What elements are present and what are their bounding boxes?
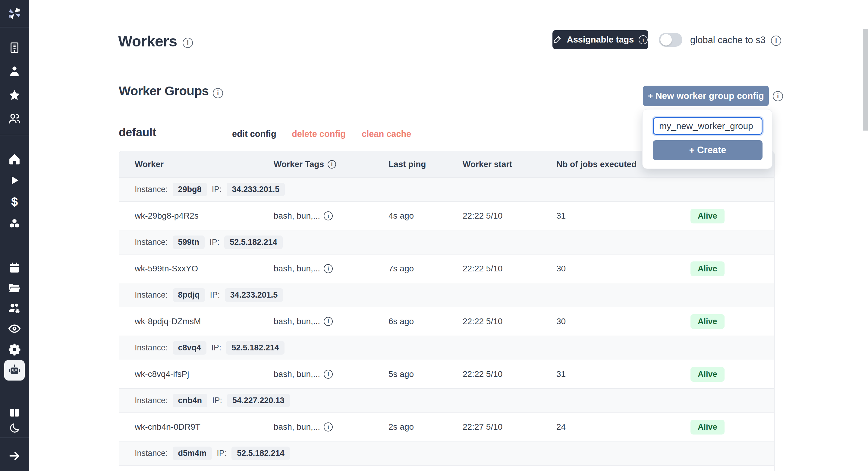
sidebar-item-workers-groups[interactable] (0, 298, 29, 318)
calendar-icon (8, 261, 21, 274)
sidebar-item-audit-logs[interactable] (0, 319, 29, 338)
sidebar-item-expand[interactable] (0, 446, 29, 466)
sidebar-item-runs[interactable] (0, 171, 29, 190)
star-icon (8, 89, 21, 102)
tags-info-icon[interactable]: i (324, 370, 333, 379)
home-icon (8, 153, 21, 166)
sidebar: $ (0, 0, 29, 471)
sidebar-divider (0, 135, 29, 136)
ip-label: IP: (211, 343, 221, 353)
assignable-tags-button[interactable]: Assignable tags i (553, 30, 648, 49)
worker-name-cell: wk-29bg8-p4R2s (135, 211, 274, 221)
new-config-info-icon[interactable]: i (773, 91, 783, 101)
page-scrollbar[interactable] (863, 29, 868, 130)
edit-config-link[interactable]: edit config (232, 129, 276, 139)
instance-row: Instance: c8vq4 IP: 52.5.182.214 (119, 336, 774, 360)
instance-id-chip: c8vq4 (173, 341, 207, 355)
ip-chip: 52.5.182.214 (224, 235, 283, 249)
worker-tags-info-icon[interactable]: i (328, 160, 336, 169)
ip-chip: 34.233.201.5 (225, 288, 283, 302)
instance-label: Instance: (135, 449, 168, 458)
arrow-right-icon (8, 449, 21, 463)
sidebar-item-workers-active[interactable] (0, 360, 29, 381)
worker-row: wk-8pdjq-DZmsM bash, bun,... i 6s ago 22… (119, 307, 774, 336)
worker-name-cell: wk-8pdjq-DZmsM (135, 317, 274, 326)
sidebar-item-variables[interactable]: $ (0, 192, 29, 211)
ip-chip: 52.5.182.214 (226, 341, 284, 355)
sidebar-item-favorites[interactable] (0, 86, 29, 105)
status-badge: Alive (690, 420, 724, 435)
instance-row: Instance: cnb4n IP: 54.227.220.13 (119, 389, 774, 413)
sidebar-item-user[interactable] (0, 61, 29, 81)
ip-chip: 54.227.220.13 (227, 394, 290, 407)
status-cell: Alive (690, 420, 774, 435)
sidebar-item-folders[interactable] (0, 278, 29, 298)
sidebar-item-schedules[interactable] (0, 258, 29, 277)
col-header-last-ping: Last ping (389, 159, 463, 169)
global-cache-toggle[interactable] (659, 33, 682, 47)
page-title: Workers (118, 33, 177, 50)
workers-table: Worker Worker Tags i Last ping Worker st… (119, 151, 775, 471)
create-worker-group-button[interactable]: + Create (653, 140, 763, 160)
instance-label: Instance: (135, 396, 168, 405)
clean-cache-link[interactable]: clean cache (362, 129, 411, 139)
sidebar-item-resources[interactable] (0, 214, 29, 234)
windmill-logo-icon[interactable] (0, 4, 29, 23)
ip-chip: 34.233.201.5 (227, 183, 285, 196)
global-cache-info-icon[interactable]: i (771, 36, 781, 46)
sidebar-item-settings[interactable] (0, 340, 29, 359)
tags-info-icon[interactable]: i (324, 317, 333, 326)
tags-info-icon[interactable]: i (324, 211, 333, 220)
instance-id-chip: cnb4n (173, 394, 208, 407)
dollar-icon: $ (11, 196, 18, 208)
delete-config-link[interactable]: delete config (292, 129, 346, 139)
worker-start-cell: 22:22 5/10 (463, 211, 556, 221)
robot-icon (7, 363, 22, 377)
workers-info-icon[interactable]: i (183, 38, 193, 48)
worker-tags-cell: bash, bun,... i (274, 422, 389, 432)
worker-name-cell: wk-599tn-SxxYO (135, 264, 274, 273)
jobs-cell: 30 (556, 264, 690, 273)
instance-label: Instance: (135, 290, 168, 300)
status-badge: Alive (690, 314, 724, 329)
sidebar-item-home[interactable] (0, 150, 29, 169)
worker-start-cell: 22:22 5/10 (463, 317, 556, 326)
last-ping-cell: 2s ago (389, 422, 463, 432)
new-worker-group-config-button[interactable]: + New worker group config (643, 86, 769, 106)
assignable-tags-info-icon[interactable]: i (639, 35, 648, 44)
global-cache-label: global cache to s3 (690, 35, 766, 46)
worker-tags-cell: bash, bun,... i (274, 317, 389, 326)
worker-name-cell: wk-cnb4n-0DR9T (135, 422, 274, 432)
worker-tags-cell: bash, bun,... i (274, 264, 389, 273)
ip-label: IP: (210, 238, 219, 247)
users-gear-icon (7, 301, 22, 315)
sidebar-item-dark-mode[interactable] (0, 418, 29, 438)
col-header-worker-tags: Worker Tags i (274, 159, 389, 169)
status-badge: Alive (690, 367, 724, 382)
status-badge: Alive (690, 209, 724, 224)
sidebar-divider (0, 438, 29, 438)
new-worker-group-name-input[interactable] (653, 117, 763, 135)
tags-info-icon[interactable]: i (324, 422, 333, 432)
worker-groups-info-icon[interactable]: i (213, 88, 223, 98)
worker-start-cell: 22:22 5/10 (463, 370, 556, 379)
status-cell: Alive (690, 261, 774, 276)
sidebar-item-workspace[interactable] (0, 38, 29, 57)
worker-row: wk-29bg8-p4R2s bash, bun,... i 4s ago 22… (119, 202, 774, 230)
building-icon (8, 41, 21, 54)
ip-label: IP: (210, 290, 220, 300)
eye-icon (7, 322, 22, 335)
worker-start-cell: 22:27 5/10 (463, 422, 556, 432)
worker-tags-cell: bash, bun,... i (274, 370, 389, 379)
instance-row: Instance: 29bg8 IP: 34.233.201.5 (119, 178, 774, 202)
worker-start-cell: 22:22 5/10 (463, 264, 556, 273)
play-icon (8, 174, 21, 187)
jobs-cell: 30 (556, 317, 690, 326)
tags-info-icon[interactable]: i (324, 264, 333, 273)
last-ping-cell: 5s ago (389, 370, 463, 379)
sidebar-item-groups[interactable] (0, 109, 29, 128)
book-icon (8, 407, 21, 419)
ip-label: IP: (212, 185, 222, 194)
cubes-icon (8, 217, 21, 231)
status-cell: Alive (690, 209, 774, 224)
